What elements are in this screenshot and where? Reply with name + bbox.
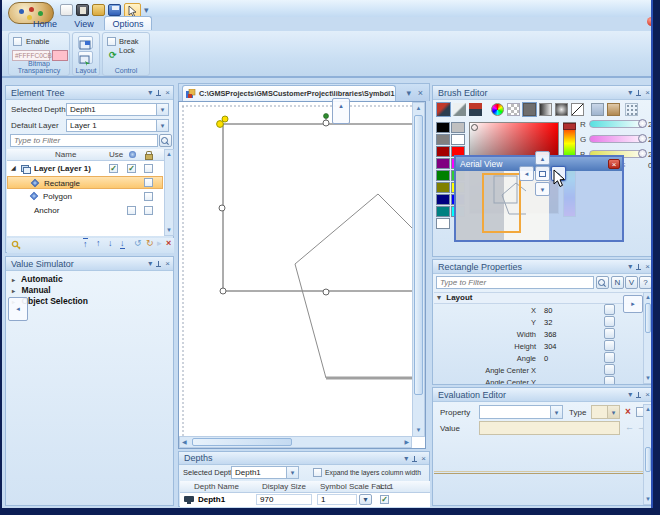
type-dropdown-arrow[interactable]: ▾ bbox=[607, 406, 619, 418]
type-dropdown[interactable]: ▾ bbox=[591, 405, 620, 419]
refresh-icon[interactable]: ⟳ bbox=[109, 50, 117, 60]
sv-marker[interactable] bbox=[471, 124, 478, 131]
key-icon[interactable] bbox=[11, 240, 21, 251]
palette-swatch[interactable] bbox=[436, 218, 450, 229]
scroll-down-icon[interactable]: ▼ bbox=[413, 425, 424, 436]
value-simulator-pin-icon[interactable] bbox=[155, 260, 162, 269]
slider-b-thumb[interactable] bbox=[638, 149, 647, 158]
element-tree-filter-input[interactable] bbox=[10, 134, 158, 147]
tree-row-anchor[interactable]: Anchor bbox=[7, 204, 163, 217]
polygon-lock-checkbox[interactable] bbox=[144, 192, 153, 201]
slider-g-track[interactable] bbox=[589, 135, 645, 143]
filter-v-button[interactable]: V bbox=[625, 276, 638, 289]
palette-swatch[interactable] bbox=[451, 134, 465, 145]
selected-depth-dropdown[interactable]: Depth1 ▾ bbox=[66, 103, 169, 116]
bitmap-mode-icon[interactable] bbox=[469, 103, 482, 116]
properties-scrollbar[interactable]: ▲ ▼ bbox=[643, 292, 653, 384]
scroll-up-icon[interactable]: ▲ bbox=[413, 103, 424, 114]
column-use[interactable]: Use bbox=[109, 150, 123, 159]
layer-visible-checkbox[interactable]: ✓ bbox=[127, 164, 136, 173]
brush-editor-menu-icon[interactable]: ▾ bbox=[628, 88, 632, 98]
expand-layers-checkbox[interactable] bbox=[313, 468, 322, 477]
hue-marker[interactable] bbox=[563, 123, 576, 130]
tab-view[interactable]: View bbox=[66, 17, 102, 31]
lock-column-icon[interactable] bbox=[145, 151, 152, 158]
scale-factor-spinner[interactable]: ▾ bbox=[359, 494, 372, 505]
tree-scrollbar[interactable]: ▲ ▼ bbox=[164, 149, 174, 236]
palette-swatch[interactable] bbox=[436, 206, 450, 217]
brush-editor-header[interactable]: Brush Editor ▾ × bbox=[433, 86, 653, 100]
anchor-lock-checkbox[interactable] bbox=[144, 206, 153, 215]
document-tab[interactable]: C:\GMSProjects\GMSCustomerProject\librar… bbox=[182, 85, 396, 102]
prop-bind-x[interactable] bbox=[604, 304, 615, 315]
palette-swatch[interactable] bbox=[436, 158, 450, 169]
expander-icon[interactable]: ◢ bbox=[11, 162, 16, 175]
dock-guide-right-edge[interactable]: ▸ bbox=[623, 295, 643, 313]
document-tab-close-icon[interactable]: × bbox=[386, 88, 391, 98]
vs-item-manual[interactable]: ▸ Manual bbox=[8, 285, 172, 296]
enable-checkbox[interactable] bbox=[13, 37, 22, 46]
tree-row-rectangle[interactable]: Rectangle bbox=[7, 176, 163, 189]
selected-depth-dropdown-arrow[interactable]: ▾ bbox=[156, 104, 168, 115]
radial-gradient-icon[interactable] bbox=[555, 103, 568, 116]
brush-editor-close-icon[interactable]: × bbox=[645, 88, 650, 98]
prop-bind-angle[interactable] bbox=[604, 352, 615, 363]
save-icon[interactable] bbox=[108, 4, 121, 16]
prop-value-angle[interactable]: 0 bbox=[544, 354, 548, 363]
depths-row[interactable]: Depth1 970 1 ▾ ✓ bbox=[180, 493, 430, 507]
filter-n-button[interactable]: N bbox=[611, 276, 624, 289]
diagonal-fill-icon[interactable] bbox=[571, 103, 584, 116]
tab-home[interactable]: Home bbox=[24, 17, 66, 31]
qat-overflow-icon[interactable]: ▾ bbox=[144, 5, 149, 15]
element-tree-close-icon[interactable]: × bbox=[165, 88, 170, 98]
properties-scroll-thumb[interactable] bbox=[645, 303, 651, 333]
depths-header[interactable]: Depths ▾ × bbox=[179, 452, 429, 465]
eval-close-icon[interactable]: × bbox=[645, 390, 650, 400]
canvas-horizontal-scrollbar[interactable]: ◀ ▶ bbox=[179, 436, 412, 448]
document-list-icon[interactable]: ▾ bbox=[406, 88, 411, 98]
default-layer-dropdown-arrow[interactable]: ▾ bbox=[156, 120, 168, 131]
property-dropdown-arrow[interactable]: ▾ bbox=[550, 406, 562, 418]
canvas-hscroll-thumb[interactable] bbox=[192, 438, 292, 446]
palette-swatch[interactable] bbox=[436, 194, 450, 205]
default-layer-dropdown[interactable]: Layer 1 ▾ bbox=[66, 119, 169, 132]
scroll-left-icon[interactable]: ◀ bbox=[182, 437, 187, 448]
col-depth-name[interactable]: Depth Name bbox=[194, 482, 239, 491]
dock-guide-left-edge[interactable]: ◂ bbox=[8, 297, 28, 321]
depths-selected-depth-dropdown[interactable]: Depth1 ▾ bbox=[231, 466, 299, 479]
rect-props-pin-icon[interactable] bbox=[635, 263, 642, 272]
layer-use-checkbox[interactable]: ✓ bbox=[109, 164, 118, 173]
paste-brush-icon[interactable] bbox=[607, 103, 620, 116]
col-layer1[interactable]: L..1 bbox=[380, 482, 393, 491]
visibility-column-icon[interactable] bbox=[129, 151, 136, 158]
depths-dropdown-arrow[interactable]: ▾ bbox=[286, 467, 298, 478]
scale-factor-cell[interactable]: 1 bbox=[317, 494, 357, 505]
move-bottom-icon[interactable]: ↓ bbox=[120, 238, 125, 249]
slider-r-track[interactable] bbox=[589, 120, 645, 128]
break-lock-checkbox[interactable] bbox=[107, 37, 116, 46]
layout-export-icon[interactable] bbox=[78, 51, 93, 64]
aerial-view-close-icon[interactable]: × bbox=[608, 159, 620, 169]
properties-search-button[interactable] bbox=[596, 276, 609, 289]
undo-icon[interactable]: ↺ bbox=[134, 238, 142, 248]
palette-swatch[interactable] bbox=[436, 170, 450, 181]
dock-guide-top[interactable]: ▴ bbox=[332, 98, 350, 124]
prop-value-width[interactable]: 368 bbox=[544, 330, 557, 339]
value-field[interactable] bbox=[479, 421, 620, 435]
element-tree-search-button[interactable] bbox=[159, 134, 172, 147]
depths-pin-icon[interactable] bbox=[411, 455, 418, 464]
element-tree-menu-icon[interactable]: ▾ bbox=[148, 88, 152, 98]
dock-cluster-left[interactable]: ◂ bbox=[519, 166, 534, 181]
prop-bind-height[interactable] bbox=[604, 340, 615, 351]
value-simulator-header[interactable]: Value Simulator ▾ × bbox=[6, 257, 173, 271]
layer1-checkbox[interactable]: ✓ bbox=[380, 495, 389, 504]
canvas-vscroll-thumb[interactable] bbox=[414, 115, 423, 395]
filter-help-button[interactable]: ? bbox=[639, 276, 652, 289]
palette-swatch[interactable] bbox=[436, 146, 450, 157]
column-name[interactable]: Name bbox=[55, 150, 76, 159]
linear-gradient-icon[interactable] bbox=[539, 103, 552, 116]
prop-bind-y[interactable] bbox=[604, 316, 615, 327]
eval-delete-icon[interactable]: × bbox=[625, 406, 631, 417]
apply-icon[interactable]: ▸ bbox=[157, 238, 162, 248]
refresh-element-icon[interactable]: ↻ bbox=[146, 238, 154, 248]
